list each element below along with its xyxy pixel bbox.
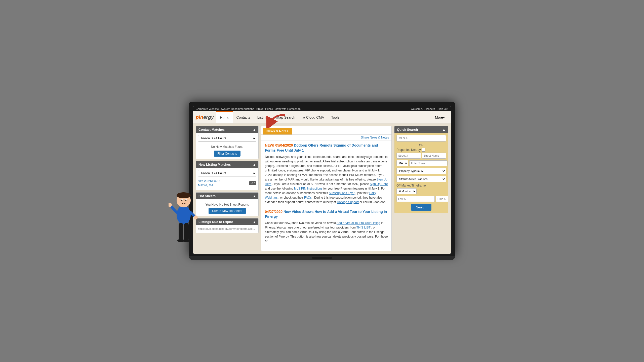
listings-due-header: Listings Due to Expire ▲ bbox=[196, 218, 258, 225]
news-text-2: Check out our new, short two-minute vide… bbox=[265, 221, 388, 243]
nav-cloud-cma[interactable]: ☁ Cloud CMA bbox=[299, 111, 328, 123]
or-divider: OR bbox=[396, 144, 446, 147]
listings-due-chevron[interactable]: ▲ bbox=[253, 220, 256, 224]
nav-more[interactable]: More ▾ bbox=[431, 111, 448, 123]
listing-badge: 517 bbox=[249, 181, 256, 185]
contact-matches-chevron[interactable]: ▲ bbox=[253, 128, 256, 131]
news-article-2: 04/27/2020 New Video Shows How to Add a … bbox=[265, 209, 388, 243]
contact-matches-timeframe[interactable]: Previous 24 Hours bbox=[198, 135, 256, 142]
news-headline-1: NEW! 05/04/2020 Dotloop Offers Remote Si… bbox=[265, 143, 388, 153]
character-figure bbox=[169, 182, 199, 253]
svg-point-10 bbox=[194, 215, 198, 219]
new-listing-matches-panel: New Listing Matches ▲ Previous 24 Hours … bbox=[196, 161, 259, 190]
nav-bar: Home Contacts Listings Map Search ☁ Clou… bbox=[216, 111, 343, 123]
nav-listings[interactable]: Listings bbox=[254, 111, 273, 123]
hot-sheet-text: You Have No Hot Sheet Reports bbox=[198, 201, 256, 208]
low-price-input[interactable] bbox=[396, 196, 435, 202]
share-news-link[interactable]: Share News & Notes bbox=[361, 136, 389, 139]
nav-contacts[interactable]: Contacts bbox=[233, 111, 254, 123]
mls-pin-link[interactable]: MLS PIN Instructions bbox=[294, 187, 323, 190]
contact-matches-header: Contact Matches ▲ bbox=[196, 126, 258, 133]
mls-number-input[interactable] bbox=[396, 135, 446, 142]
sub-flyer-link[interactable]: Subscriptions Flyer bbox=[329, 191, 354, 195]
news-body: NEW! 05/04/2020 Dotloop Offers Remote Si… bbox=[261, 141, 391, 251]
street-name-input[interactable] bbox=[422, 153, 446, 159]
property-type-select[interactable]: Property Type(s): All bbox=[396, 168, 446, 174]
svg-point-0 bbox=[177, 205, 191, 224]
news-text-1: Dotloop allows you and your clients to c… bbox=[265, 155, 388, 204]
state-select[interactable]: MA bbox=[396, 160, 408, 166]
contact-matches-panel: Contact Matches ▲ Previous 24 Hours No N… bbox=[196, 126, 259, 159]
dotloop-support-link[interactable]: Dotloop Support bbox=[337, 200, 359, 204]
listing-item: 342 Purchase St Milford, MA 517 bbox=[198, 178, 256, 188]
welcome-text: Welcome, Elizabeth bbox=[411, 107, 435, 110]
search-button[interactable]: Search bbox=[411, 204, 431, 211]
quick-search-chevron[interactable]: ▲ bbox=[442, 128, 446, 131]
nav-map-search[interactable]: Map Search bbox=[273, 111, 299, 123]
this-list-link[interactable]: THIS LIST bbox=[356, 226, 371, 229]
nearby-checkbox[interactable] bbox=[422, 148, 425, 152]
nav-home[interactable]: Home bbox=[216, 111, 233, 123]
listing-matches-timeframe[interactable]: Previous 24 Hours bbox=[198, 170, 256, 176]
faqs-link[interactable]: FAQs bbox=[304, 196, 312, 199]
logo[interactable]: pinergy bbox=[196, 114, 214, 120]
nav-tools[interactable]: Tools bbox=[328, 111, 343, 123]
off-market-label: Off-Market Timeframe bbox=[396, 184, 446, 187]
listing-matches-chevron[interactable]: ▲ bbox=[253, 163, 256, 166]
high-price-input[interactable] bbox=[436, 196, 448, 202]
listing-address-link[interactable]: 342 Purchase St Milford, MA bbox=[198, 179, 220, 187]
left-sidebar: Contact Matches ▲ Previous 24 Hours No N… bbox=[196, 126, 259, 251]
quick-search-header: Quick Search ▲ bbox=[394, 126, 448, 133]
create-hot-sheet-button[interactable]: Create New Hot Sheet bbox=[209, 208, 246, 214]
hot-sheets-header: Hot Sheets ▲ bbox=[196, 193, 258, 199]
signout-link[interactable]: Sign Out bbox=[437, 107, 448, 110]
svg-rect-12 bbox=[184, 223, 189, 241]
new-listing-matches-header: New Listing Matches ▲ bbox=[196, 161, 258, 168]
svg-point-6 bbox=[185, 199, 187, 201]
svg-point-14 bbox=[183, 239, 190, 242]
timeframe-select[interactable]: 6 Months bbox=[396, 188, 417, 194]
top-bar-links: Corporate Website | System Recommendatio… bbox=[196, 107, 302, 110]
quick-search-sidebar: Quick Search ▲ OR Properties Nearby bbox=[394, 126, 448, 251]
svg-point-5 bbox=[181, 199, 183, 201]
svg-rect-11 bbox=[179, 223, 183, 241]
town-input[interactable] bbox=[409, 160, 448, 166]
news-panel: News & Notes Share News & Notes NEW! 05/… bbox=[261, 126, 392, 251]
street-number-input[interactable] bbox=[396, 153, 421, 159]
quick-search-panel: Quick Search ▲ OR Properties Nearby bbox=[394, 126, 448, 213]
news-headline-2: 04/27/2020 New Video Shows How to Add a … bbox=[265, 209, 388, 219]
no-matches-text: No New Matches Found bbox=[198, 143, 256, 151]
hot-sheets-panel: Hot Sheets ▲ You Have No Hot Sheet Repor… bbox=[196, 192, 259, 216]
signup-here-2-link[interactable]: Sign Up Here bbox=[370, 182, 388, 186]
properties-nearby-label: Properties Nearby bbox=[396, 148, 446, 152]
filter-contacts-button[interactable]: Filter Contacts bbox=[214, 151, 240, 157]
virtual-tour-link[interactable]: Add a Virtual Tour to Your Listing bbox=[337, 221, 380, 225]
news-tab[interactable]: News & Notes bbox=[263, 128, 292, 134]
svg-point-2 bbox=[177, 192, 191, 198]
hot-sheets-chevron[interactable]: ▲ bbox=[253, 194, 256, 198]
status-select[interactable]: Status: Active Statuses bbox=[396, 176, 446, 182]
news-header: Share News & Notes bbox=[261, 135, 391, 141]
listings-due-panel: Listings Due to Expire ▲ https://b2b.alp… bbox=[196, 218, 259, 233]
news-article-1: NEW! 05/04/2020 Dotloop Offers Remote Si… bbox=[265, 143, 388, 204]
